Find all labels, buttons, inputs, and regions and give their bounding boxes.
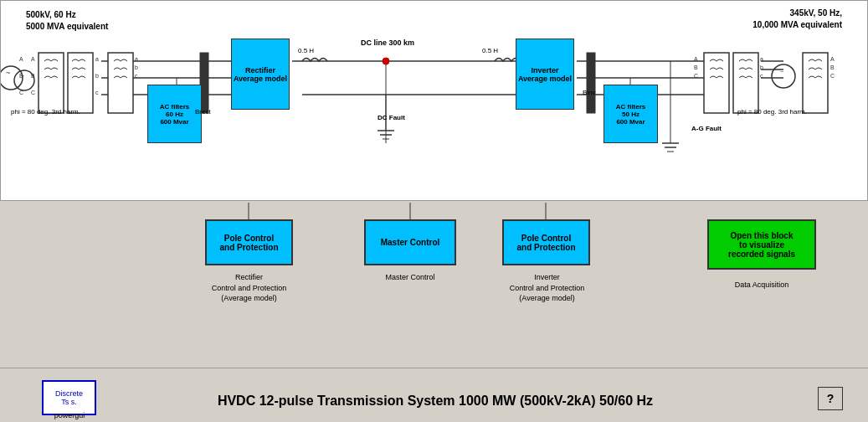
data-acq-sublabel: Data Acquisition — [707, 280, 816, 291]
phi-right-label: phi = 80 deg. 3rd harm. — [737, 108, 807, 116]
ac-filters-left-block[interactable]: AC filters60 Hz600 Mvar — [147, 85, 202, 143]
svg-text:B: B — [830, 64, 835, 70]
ac-filters-right-block[interactable]: AC filters50 Hz600 Mvar — [603, 85, 658, 143]
svg-text:B: B — [694, 64, 698, 70]
svg-text:a: a — [135, 56, 138, 62]
h-label-left: 0.5 H — [298, 47, 314, 54]
svg-text:B: B — [31, 73, 35, 79]
binv-label: Binv — [583, 89, 596, 96]
master-ctrl-label: Master Control — [381, 238, 440, 247]
svg-text:A: A — [31, 56, 35, 62]
rectifier-block[interactable]: Rectifier Average model — [231, 39, 290, 110]
pole-rect-sub2: Control and Protection — [184, 283, 314, 294]
ac-filters-right-label: AC filters50 Hz600 Mvar — [616, 103, 646, 126]
svg-text:c: c — [95, 90, 99, 95]
svg-rect-6 — [68, 53, 93, 113]
pole-inv-label: Pole Controland Protection — [516, 234, 575, 252]
svg-text:~: ~ — [6, 69, 10, 77]
pole-rect-sublabel: Rectifier Control and Protection (Averag… — [184, 272, 314, 304]
svg-rect-40 — [733, 53, 758, 113]
svg-text:b: b — [135, 64, 138, 70]
svg-text:c: c — [135, 73, 138, 79]
svg-rect-5 — [39, 53, 64, 113]
svg-rect-56 — [108, 53, 133, 113]
svg-text:C: C — [694, 73, 698, 79]
pole-inv-sub3: (Average model) — [482, 293, 612, 304]
master-sub: Master Control — [360, 272, 460, 283]
inverter-label: Inverter Average model — [516, 66, 573, 83]
master-control-block[interactable]: Master Control — [364, 219, 456, 265]
ag-fault-label: A-G Fault — [691, 125, 722, 132]
powergui-label: powergui — [49, 411, 90, 419]
powergui-text: DiscreteTs s. — [55, 389, 83, 406]
control-area: Pole Controland Protection Rectifier Con… — [0, 203, 868, 358]
question-label: ? — [827, 392, 835, 405]
question-button[interactable]: ? — [818, 387, 843, 410]
pole-inv-sub2: Control and Protection — [482, 283, 612, 294]
pole-control-inv-block[interactable]: Pole Controland Protection — [502, 219, 590, 265]
phi-left-label: phi = 80 deg. 3rd harm. — [11, 108, 80, 116]
pole-rect-sub3: (Average model) — [184, 293, 314, 304]
svg-text:C: C — [19, 90, 23, 95]
svg-point-66 — [383, 58, 389, 64]
pole-rect-sub1: Rectifier — [184, 272, 314, 283]
pole-inv-sub1: Inverter — [482, 272, 612, 283]
dc-line-label: DC line 300 km — [361, 39, 414, 47]
svg-text:A: A — [694, 56, 698, 62]
inverter-block[interactable]: Inverter Average model — [516, 39, 574, 110]
master-ctrl-sublabel: Master Control — [360, 272, 460, 283]
main-title: HVDC 12-pulse Transmission System 1000 M… — [209, 394, 661, 409]
schematic-svg: ~ A B C a b c A B C — [1, 1, 868, 202]
svg-rect-30 — [587, 53, 595, 113]
svg-rect-52 — [803, 53, 828, 113]
data-acq-sub: Data Acquisition — [707, 280, 816, 291]
brect-label: Brect — [195, 108, 211, 116]
powergui-block[interactable]: DiscreteTs s. — [42, 380, 96, 415]
ac-filters-left-label: AC filters60 Hz600 Mvar — [160, 103, 190, 126]
main-canvas: 500kV, 60 Hz 5000 MVA equivalent 345kV, … — [0, 0, 868, 422]
pole-control-rect-block[interactable]: Pole Controland Protection — [205, 219, 293, 265]
svg-text:a: a — [95, 56, 99, 62]
data-acq-label: Open this blockto visualizerecorded sign… — [728, 231, 795, 259]
pole-rect-label: Pole Controland Protection — [219, 234, 278, 252]
svg-text:C: C — [830, 73, 835, 79]
dc-fault-label: DC Fault — [378, 114, 405, 121]
h-label-right: 0.5 H — [482, 47, 498, 54]
rectifier-label: Rectifier Average model — [232, 66, 289, 83]
data-acquisition-block[interactable]: Open this blockto visualizerecorded sign… — [707, 219, 816, 270]
schematic-area: 500kV, 60 Hz 5000 MVA equivalent 345kV, … — [0, 0, 868, 201]
svg-rect-39 — [704, 53, 729, 113]
bottom-bar: DiscreteTs s. powergui HVDC 12-pulse Tra… — [0, 368, 868, 422]
svg-text:b: b — [95, 73, 99, 79]
pole-inv-sublabel: Inverter Control and Protection (Average… — [482, 272, 612, 304]
svg-text:A: A — [19, 56, 23, 62]
svg-text:A: A — [830, 56, 835, 62]
svg-text:C: C — [31, 90, 35, 95]
